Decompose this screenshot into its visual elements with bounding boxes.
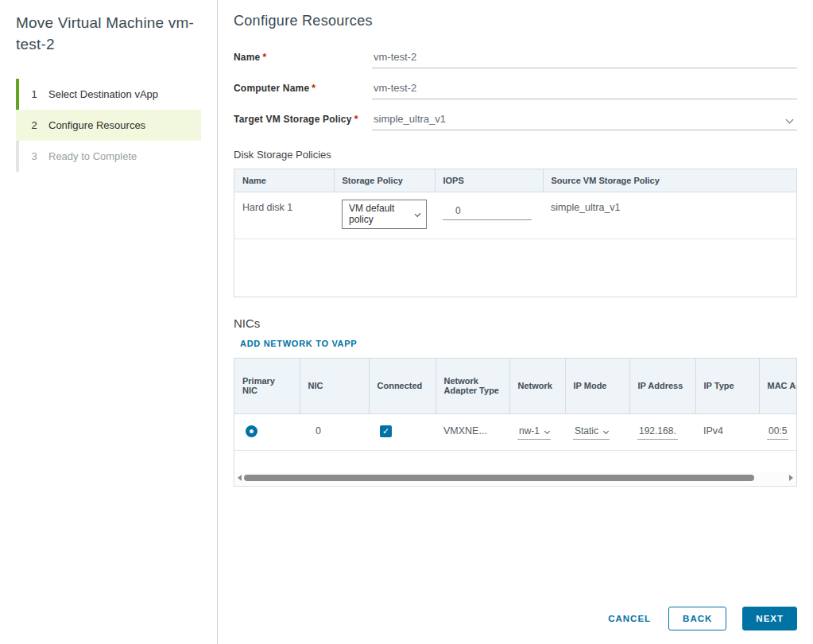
network-select[interactable]: nw-1 (517, 425, 551, 440)
chevron-down-icon (415, 211, 421, 217)
step-label: Ready to Complete (48, 150, 137, 162)
wizard-step-ready-to-complete[interactable]: 3 Ready to Complete (16, 141, 201, 172)
step-number: 3 (30, 150, 38, 162)
ip-address-cell: 192.168. (629, 414, 695, 451)
horizontal-scrollbar[interactable] (235, 471, 796, 485)
name-input[interactable]: vm-test-2 (372, 51, 797, 68)
disk-storage-policies-table: Name Storage Policy IOPS Source VM Stora… (234, 169, 797, 297)
wizard-steps: 1 Select Destination vApp 2 Configure Re… (16, 79, 201, 172)
chevron-down-icon (544, 428, 550, 433)
column-header-name: Name (234, 169, 334, 192)
step-number: 1 (30, 88, 38, 100)
connected-checkbox[interactable]: ✓ (380, 425, 392, 437)
source-policy-cell: simple_ultra_v1 (543, 192, 796, 239)
empty-table-space (234, 239, 796, 297)
column-header-network: Network (509, 359, 565, 414)
computer-name-input[interactable]: vm-test-2 (372, 82, 797, 99)
nics-heading: NICs (234, 316, 797, 330)
wizard-footer: CANCEL BACK NEXT (606, 607, 797, 630)
storage-policy-cell: VM default policy (334, 192, 435, 239)
cancel-button[interactable]: CANCEL (606, 607, 652, 630)
column-header-ip-type: IP Type (695, 359, 759, 414)
wizard-sidebar: Move Virtual Machine vm-test-2 1 Select … (0, 0, 218, 644)
column-header-mac-address: MAC Addre (759, 359, 797, 414)
column-header-storage-policy: Storage Policy (334, 169, 435, 192)
required-asterisk: * (312, 83, 316, 94)
computer-name-label: Computer Name* (234, 83, 372, 99)
computer-name-field-row: Computer Name* vm-test-2 (234, 82, 797, 99)
back-button[interactable]: BACK (668, 607, 726, 630)
chevron-down-icon (603, 428, 609, 433)
move-vm-wizard-dialog: Move Virtual Machine vm-test-2 1 Select … (0, 0, 813, 644)
step-number: 2 (30, 119, 38, 131)
nics-table: Primary NIC NIC Connected Network Adapte… (234, 358, 797, 487)
column-header-source-vm-storage-policy: Source VM Storage Policy (543, 169, 796, 192)
scrollbar-track[interactable] (244, 475, 787, 481)
name-field-row: Name* vm-test-2 (234, 51, 797, 68)
name-label: Name* (234, 52, 372, 68)
iops-input[interactable]: 0 (443, 205, 532, 220)
chevron-down-icon (786, 116, 794, 124)
target-storage-policy-field-row: Target VM Storage Policy* simple_ultra_v… (234, 113, 797, 130)
nic-index-cell: 0 (300, 414, 369, 451)
table-row: Hard disk 1 VM default policy 0 simple_u… (234, 192, 796, 239)
connected-cell: ✓ (369, 414, 436, 451)
network-cell: nw-1 (509, 414, 565, 451)
scroll-right-arrow-icon[interactable] (789, 475, 793, 481)
ip-mode-select[interactable]: Static (573, 425, 610, 440)
target-storage-policy-label: Target VM Storage Policy* (234, 114, 372, 130)
adapter-type-cell: VMXNE... (436, 414, 509, 451)
ip-address-input[interactable]: 192.168. (637, 425, 678, 440)
mac-address-cell: 00:5 (759, 414, 797, 451)
column-header-primary-nic: Primary NIC (234, 359, 300, 414)
storage-policy-select[interactable]: VM default policy (342, 200, 427, 229)
column-header-iops: IOPS (435, 169, 543, 192)
step-label: Select Destination vApp (48, 88, 158, 100)
scrollbar-thumb[interactable] (244, 475, 754, 481)
ip-type-cell: IPv4 (695, 414, 759, 451)
scroll-left-arrow-icon[interactable] (238, 475, 242, 481)
step-label: Configure Resources (48, 119, 145, 131)
mac-address-input[interactable]: 00:5 (767, 425, 788, 440)
primary-nic-cell (234, 414, 300, 451)
resources-form: Name* vm-test-2 Computer Name* vm-test-2… (234, 51, 797, 130)
column-header-ip-address: IP Address (629, 359, 695, 414)
wizard-step-select-destination-vapp[interactable]: 1 Select Destination vApp (16, 79, 201, 110)
primary-nic-radio[interactable] (246, 425, 257, 437)
disk-name-cell: Hard disk 1 (234, 192, 334, 239)
target-storage-policy-select[interactable]: simple_ultra_v1 (372, 113, 797, 130)
table-row: 0 ✓ VMXNE... nw-1 (234, 414, 797, 451)
ip-mode-cell: Static (565, 414, 629, 451)
wizard-step-configure-resources[interactable]: 2 Configure Resources (16, 110, 201, 141)
iops-cell: 0 (435, 192, 543, 239)
required-asterisk: * (354, 114, 358, 125)
column-header-network-adapter-type: Network Adapter Type (436, 359, 509, 414)
wizard-title: Move Virtual Machine vm-test-2 (16, 13, 195, 55)
column-header-ip-mode: IP Mode (565, 359, 629, 414)
page-title: Configure Resources (234, 13, 797, 29)
column-header-nic: NIC (300, 359, 369, 414)
disk-storage-policies-heading: Disk Storage Policies (234, 149, 797, 161)
add-network-to-vapp-button[interactable]: ADD NETWORK TO VAPP (240, 339, 357, 348)
next-button[interactable]: NEXT (742, 607, 797, 630)
column-header-connected: Connected (369, 359, 436, 414)
wizard-content: Configure Resources Name* vm-test-2 Comp… (219, 0, 813, 644)
required-asterisk: * (262, 52, 266, 63)
